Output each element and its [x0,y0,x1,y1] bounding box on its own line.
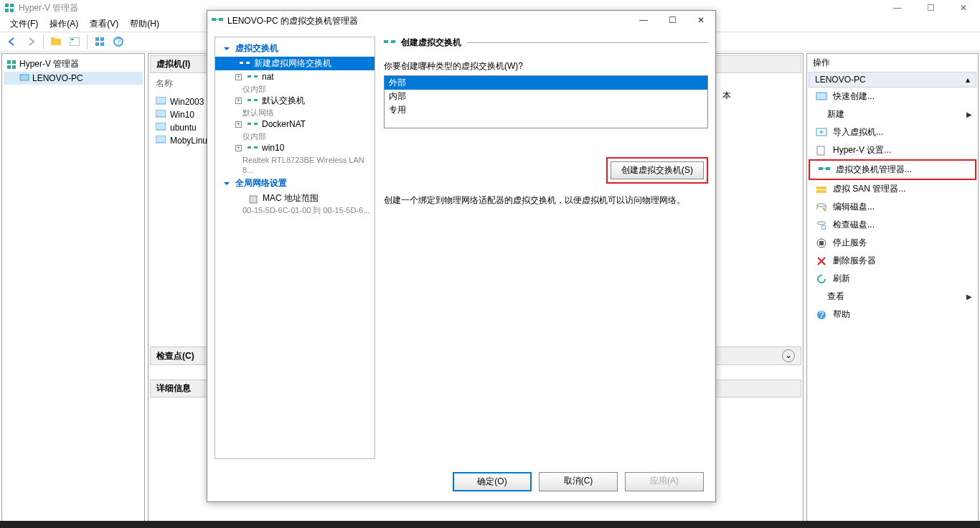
tree-switch-default-sub: 默认网络 [215,108,374,118]
svg-rect-48 [254,146,258,148]
svg-rect-20 [156,110,166,117]
action-refresh[interactable]: 刷新 [807,270,978,288]
nav-fwd-button[interactable] [23,34,39,50]
action-vsan-manager[interactable]: 虚拟 SAN 管理器... [807,180,978,198]
tree-switch-win10[interactable]: +win10 [215,141,374,155]
svg-rect-43 [248,99,251,101]
tree-root[interactable]: Hyper-V 管理器 [4,57,143,72]
menu-file[interactable]: 文件(F) [6,16,42,32]
description-text: 创建一个绑定到物理网络适配器的虚拟交换机，以便虚拟机可以访问物理网络。 [384,194,708,207]
dialog-footer: 确定(O) 取消(C) 应用(A) [207,465,715,501]
svg-rect-51 [391,40,395,43]
collapse-icon[interactable]: ▴ [966,75,970,85]
action-new[interactable]: 新建▶ [807,105,978,123]
action-vswitch-manager[interactable]: 虚拟交换机管理器... [809,159,976,180]
actions-subheader[interactable]: LENOVO-PC ▴ [809,72,976,88]
action-hyperv-settings[interactable]: Hyper-V 设置... [807,141,978,159]
type-private[interactable]: 专用 [385,103,707,117]
svg-rect-29 [816,190,826,193]
action-stop-service[interactable]: 停止服务 [807,234,978,252]
nav-tree[interactable]: Hyper-V 管理器 LENOVO-PC [1,53,145,527]
action-import-vm[interactable]: 导入虚拟机... [807,123,978,141]
menu-help[interactable]: 帮助(H) [126,16,164,32]
svg-rect-22 [156,136,166,143]
type-internal[interactable]: 内部 [385,90,707,103]
svg-rect-16 [7,65,11,69]
toolbar-properties-button[interactable] [67,34,83,50]
dialog-title-bar[interactable]: LENOVO-PC 的虚拟交换机管理器 — ☐ ✕ [207,11,715,31]
tree-group-switches[interactable]: 虚拟交换机 [215,40,374,57]
minimize-button[interactable]: — [881,0,914,16]
expand-icon[interactable]: + [235,145,242,151]
svg-rect-21 [156,123,166,130]
create-switch-button[interactable]: 创建虚拟交换机(S) [611,161,704,179]
tree-node-host[interactable]: LENOVO-PC [4,72,143,85]
expand-icon[interactable]: + [235,98,242,104]
svg-rect-38 [219,18,223,21]
tree-mac-range[interactable]: MAC 地址范围 [215,192,374,205]
partial-text: 本 [722,90,731,102]
tree-root-label: Hyper-V 管理器 [19,58,79,70]
svg-rect-50 [384,40,388,43]
switch-icon [248,145,258,152]
expand-icon[interactable]: + [235,74,242,80]
svg-rect-39 [240,62,243,64]
nav-back-button[interactable] [4,34,20,50]
action-view[interactable]: 查看▶ [807,288,978,306]
action-edit-disk[interactable]: 编辑磁盘... [807,198,978,216]
svg-rect-7 [71,39,74,40]
svg-rect-10 [95,42,99,46]
svg-rect-47 [248,146,251,148]
action-delete-server[interactable]: 删除服务器 [807,252,978,270]
help-icon: ? [816,309,827,321]
toolbar-help-button[interactable]: ? [110,34,126,50]
tree-switch-default[interactable]: +默认交换机 [215,94,374,108]
tree-group-global[interactable]: 全局网络设置 [215,175,374,192]
tree-switch-dockernat[interactable]: +DockerNAT [215,118,374,131]
dialog-close-button[interactable]: ✕ [687,11,715,31]
tree-new-switch[interactable]: 新建虚拟网络交换机 [215,57,374,70]
tree-switch-nat[interactable]: +nat [215,70,374,84]
cancel-button[interactable]: 取消(C) [539,472,618,491]
switch-icon [819,164,830,176]
svg-rect-2 [5,9,9,12]
menu-action[interactable]: 操作(A) [45,16,83,32]
svg-rect-6 [70,37,80,46]
dialog-minimize-button[interactable]: — [629,11,658,31]
ok-button[interactable]: 确定(O) [453,472,532,491]
expand-icon[interactable]: + [235,121,242,128]
chevron-down-icon[interactable]: ⌄ [782,349,795,362]
apply-button[interactable]: 应用(A) [625,472,704,491]
dialog-nav-tree[interactable]: 虚拟交换机 新建虚拟网络交换机 +nat 仅内部 +默认交换机 默认网络 +Do… [215,37,375,459]
svg-rect-8 [95,37,99,41]
dialog-maximize-button[interactable]: ☐ [658,11,687,31]
action-inspect-disk[interactable]: 检查磁盘... [807,216,978,234]
toolbar-folder-button[interactable] [48,34,64,50]
svg-rect-44 [254,99,258,101]
action-quick-create[interactable]: 快速创建... [807,88,978,105]
svg-rect-18 [20,75,29,80]
toolbar-refresh-button[interactable] [92,34,108,50]
svg-rect-49 [250,196,257,203]
action-help[interactable]: ?帮助 [807,306,978,324]
vm-icon [156,136,166,146]
close-button[interactable]: ✕ [947,0,980,16]
menu-view[interactable]: 查看(V) [85,16,123,32]
svg-rect-0 [5,4,9,7]
type-external[interactable]: 外部 [385,76,707,90]
vm-icon [156,110,166,120]
switch-type-list[interactable]: 外部 内部 专用 [384,75,708,128]
vm-icon [156,97,166,107]
svg-rect-34 [819,241,824,245]
svg-rect-45 [248,123,251,125]
switch-icon [240,60,250,67]
highlight-box: 创建虚拟交换机(S) [606,157,708,184]
svg-rect-9 [100,37,104,41]
maximize-button[interactable]: ☐ [914,0,947,16]
actions-title: 操作 [807,54,978,72]
svg-rect-26 [819,167,823,170]
taskbar[interactable] [0,521,980,528]
svg-rect-17 [12,65,16,69]
svg-rect-27 [826,167,830,170]
submenu-arrow-icon: ▶ [966,110,972,118]
